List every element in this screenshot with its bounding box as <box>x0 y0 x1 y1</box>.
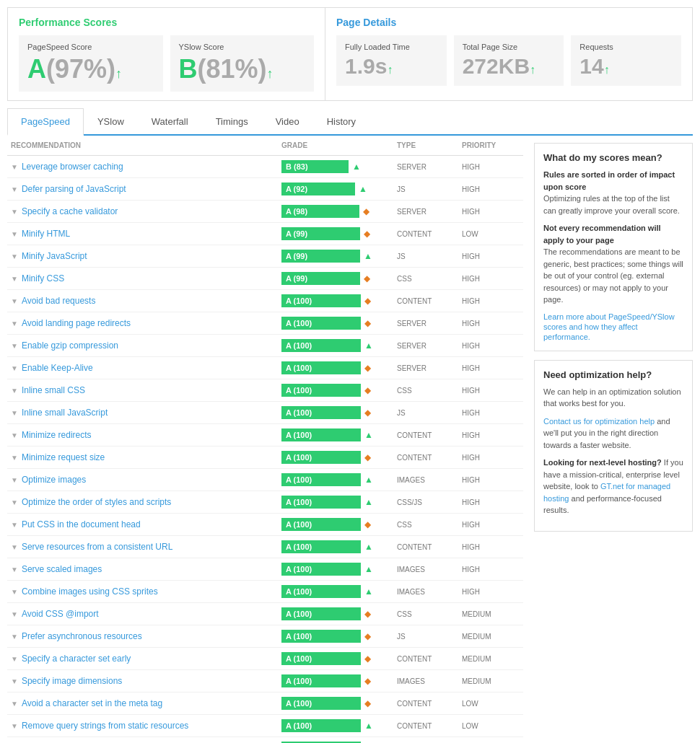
expand-arrow-icon[interactable]: ▼ <box>11 521 18 529</box>
tab-video[interactable]: Video <box>262 108 313 134</box>
expand-arrow-icon[interactable]: ▼ <box>11 275 18 283</box>
expand-arrow-icon[interactable]: ▼ <box>11 610 18 618</box>
type-cell: IMAGES <box>397 588 462 596</box>
grade-cell: A (100) ◆ <box>281 406 397 419</box>
optimization-title: Need optimization help? <box>543 369 683 380</box>
expand-arrow-icon[interactable]: ▼ <box>11 722 18 730</box>
recommendation-link[interactable]: Leverage browser caching <box>22 162 123 172</box>
table-row: ▼ Avoid a character set in the meta tag … <box>7 693 523 715</box>
tab-history[interactable]: History <box>313 108 369 134</box>
recommendation-link[interactable]: Enable Keep-Alive <box>22 363 93 373</box>
type-cell: JS <box>397 252 462 260</box>
grade-text: A (99) <box>286 274 307 283</box>
recommendation-link[interactable]: Defer parsing of JavaScript <box>22 184 126 194</box>
grade-text: A (100) <box>286 431 312 439</box>
expand-arrow-icon[interactable]: ▼ <box>11 498 18 506</box>
expand-arrow-icon[interactable]: ▼ <box>11 208 18 216</box>
recommendation-link[interactable]: Minify JavaScript <box>22 251 87 261</box>
recommendation-link[interactable]: Inline small JavaScript <box>22 408 108 418</box>
recommendation-link[interactable]: Optimize images <box>22 475 86 485</box>
tab-yslow[interactable]: YSlow <box>84 108 138 134</box>
recommendation-link[interactable]: Avoid bad requests <box>22 296 96 306</box>
recommendation-link[interactable]: Prefer asynchronous resources <box>22 631 142 641</box>
recommendation-link[interactable]: Minify CSS <box>22 273 64 283</box>
grade-diamond-icon: ◆ <box>364 698 371 708</box>
expand-arrow-icon[interactable]: ▼ <box>11 476 18 484</box>
table-row: ▼ Remove query strings from static resou… <box>7 715 523 737</box>
page-details-title: Page Details <box>336 17 681 28</box>
recommendation-link[interactable]: Put CSS in the document head <box>22 519 141 529</box>
grade-cell: A (100) ▲ <box>281 496 397 509</box>
recommendation-link[interactable]: Enable gzip compression <box>22 340 118 351</box>
expand-arrow-icon[interactable]: ▼ <box>11 387 18 395</box>
main-content: RECOMMENDATION GRADE TYPE PRIORITY ▼ Lev… <box>7 136 693 743</box>
recommendation-cell: ▼ Avoid bad requests <box>11 296 281 306</box>
recommendation-cell: ▼ Minify JavaScript <box>11 251 281 261</box>
recommendation-link[interactable]: Inline small CSS <box>22 385 85 395</box>
expand-arrow-icon[interactable]: ▼ <box>11 342 18 350</box>
recommendation-link[interactable]: Optimize the order of styles and scripts <box>22 497 171 507</box>
expand-arrow-icon[interactable]: ▼ <box>11 297 18 305</box>
expand-arrow-icon[interactable]: ▼ <box>11 431 18 439</box>
expand-arrow-icon[interactable]: ▼ <box>11 588 18 596</box>
type-cell: CONTENT <box>397 230 462 238</box>
recommendation-link[interactable]: Serve resources from a consistent URL <box>22 542 172 552</box>
grade-bar: A (100) <box>281 652 361 665</box>
recommendation-cell: ▼ Minimize redirects <box>11 430 281 440</box>
grade-cell: A (100) ▲ <box>281 563 397 576</box>
expand-arrow-icon[interactable]: ▼ <box>11 163 18 171</box>
grade-bar: A (92) <box>281 183 355 195</box>
expand-arrow-icon[interactable]: ▼ <box>11 230 18 238</box>
recommendation-link[interactable]: Minify HTML <box>22 229 70 239</box>
expand-arrow-icon[interactable]: ▼ <box>11 700 18 708</box>
recommendation-cell: ▼ Serve scaled images <box>11 564 281 574</box>
loaded-time-box: Fully Loaded Time 1.9s↑ <box>336 35 447 86</box>
recommendation-link[interactable]: Specify a character set early <box>22 654 131 664</box>
pagespeed-score-box: PageSpeed Score A(97%)↑ <box>19 35 163 92</box>
recommendation-link[interactable]: Specify a cache validator <box>22 206 118 216</box>
opt-p1-text: We can help in an optimization solution … <box>543 387 681 408</box>
page-details: Page Details Fully Loaded Time 1.9s↑ Tot… <box>325 8 692 100</box>
expand-arrow-icon[interactable]: ▼ <box>11 633 18 641</box>
grade-text: A (99) <box>286 229 307 238</box>
expand-arrow-icon[interactable]: ▼ <box>11 364 18 372</box>
table-row: ▼ Minify JavaScript A (99) ▲ JS HIGH <box>7 245 523 268</box>
expand-arrow-icon[interactable]: ▼ <box>11 655 18 663</box>
recommendation-cell: ▼ Serve resources from a consistent URL <box>11 542 281 552</box>
expand-arrow-icon[interactable]: ▼ <box>11 185 18 193</box>
expand-arrow-icon[interactable]: ▼ <box>11 252 18 260</box>
table-row: ▼ Combine images using CSS sprites A (10… <box>7 581 523 603</box>
grade-up-icon: ▲ <box>364 564 373 574</box>
table-row: ▼ Serve resources from a consistent URL … <box>7 536 523 558</box>
grade-text: A (100) <box>286 542 312 551</box>
recommendation-link[interactable]: Minimize request size <box>22 452 105 462</box>
tab-waterfall[interactable]: Waterfall <box>138 108 202 134</box>
priority-cell: HIGH <box>462 566 520 573</box>
grade-text: A (99) <box>286 252 307 260</box>
recommendation-link[interactable]: Specify image dimensions <box>22 676 122 686</box>
recommendation-link[interactable]: Combine images using CSS sprites <box>22 586 158 597</box>
recommendation-link[interactable]: Minimize redirects <box>22 430 92 440</box>
recommendation-link[interactable]: Avoid landing page redirects <box>22 318 131 328</box>
expand-arrow-icon[interactable]: ▼ <box>11 566 18 573</box>
expand-arrow-icon[interactable]: ▼ <box>11 454 18 462</box>
recommendation-link[interactable]: Serve scaled images <box>22 564 102 574</box>
priority-cell: HIGH <box>462 163 520 171</box>
recommendation-link[interactable]: Avoid a character set in the meta tag <box>22 698 162 708</box>
grade-bar: A (100) <box>281 563 361 576</box>
expand-arrow-icon[interactable]: ▼ <box>11 320 18 327</box>
recommendation-cell: ▼ Enable gzip compression <box>11 340 281 351</box>
tab-pagespeed[interactable]: PageSpeed <box>7 108 84 136</box>
expand-arrow-icon[interactable]: ▼ <box>11 409 18 417</box>
scores-learn-link[interactable]: Learn more about PageSpeed/YSlow scores … <box>543 312 675 341</box>
contact-link[interactable]: Contact us for optimization help <box>543 417 655 426</box>
table-row: ▼ Specify a character set early A (100) … <box>7 648 523 670</box>
expand-arrow-icon[interactable]: ▼ <box>11 543 18 551</box>
expand-arrow-icon[interactable]: ▼ <box>11 677 18 685</box>
priority-cell: HIGH <box>462 498 520 506</box>
tab-timings[interactable]: Timings <box>202 108 262 134</box>
details-row: Fully Loaded Time 1.9s↑ Total Page Size … <box>336 35 681 86</box>
recommendation-link[interactable]: Avoid CSS @import <box>22 609 99 619</box>
recommendation-link[interactable]: Remove query strings from static resourc… <box>22 721 188 731</box>
recommendation-cell: ▼ Minimize request size <box>11 452 281 462</box>
